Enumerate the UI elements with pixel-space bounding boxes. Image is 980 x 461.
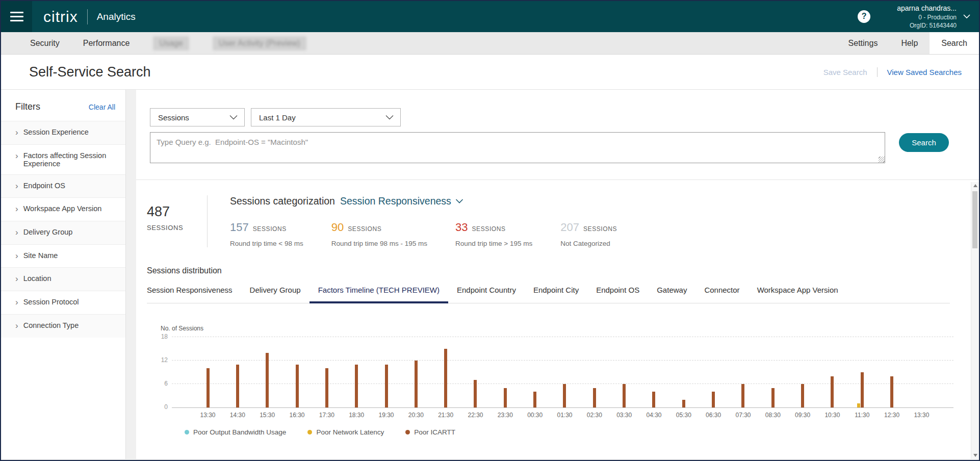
nav-tab-usage[interactable]: Usage (141, 32, 200, 54)
content-area: Filters Clear All ›Session Experience›Fa… (1, 90, 979, 459)
x-tick-label: 03:30 (616, 412, 632, 419)
scrollbar-thumb[interactable] (972, 191, 977, 248)
distribution-tab-connector[interactable]: Connector (695, 286, 748, 303)
nav-tab-help[interactable]: Help (889, 32, 930, 54)
sessions-categorization-section: 487 SESSIONS Sessions categorization Ses… (136, 180, 979, 247)
top-header-bar: citrix Analytics ? aparna chandras... 0 … (1, 1, 979, 32)
filter-item-session-protocol[interactable]: ›Session Protocol (1, 291, 125, 314)
filter-item-session-experience[interactable]: ›Session Experience (1, 121, 125, 144)
x-tick-label: 13:30 (914, 412, 929, 419)
data-source-select[interactable]: Sessions (150, 108, 245, 126)
bar-poor-icartt[interactable] (831, 376, 834, 407)
bar-poor-icartt[interactable] (861, 372, 864, 407)
chevron-right-icon: › (15, 321, 18, 331)
nav-tab-settings[interactable]: Settings (837, 32, 890, 54)
categorization-header: Sessions categorization Session Responsi… (230, 195, 645, 207)
chevron-right-icon: › (15, 298, 18, 308)
sessions-distribution-section: Sessions distribution Session Responsive… (136, 247, 979, 451)
distribution-tab-session-responsiveness[interactable]: Session Responsiveness (147, 286, 241, 303)
filter-item-workspace-app-version[interactable]: ›Workspace App Version (1, 197, 125, 221)
nav-tab-search[interactable]: Search (930, 32, 979, 54)
bar-poor-icartt[interactable] (623, 384, 626, 407)
bar-poor-icartt[interactable] (296, 365, 299, 407)
bar-poor-icartt[interactable] (712, 392, 715, 407)
filter-item-label: Location (23, 274, 51, 283)
x-tick-label: 14:30 (230, 412, 245, 419)
filter-item-endpoint-os[interactable]: ›Endpoint OS (1, 174, 125, 198)
y-tick-label: 6 (153, 380, 168, 387)
distribution-tab-endpoint-city[interactable]: Endpoint City (525, 286, 587, 303)
bar-poor-icartt[interactable] (355, 365, 358, 407)
bar-poor-icartt[interactable] (444, 349, 447, 407)
total-sessions-value: 487 (147, 204, 207, 220)
filter-item-site-name[interactable]: ›Site Name (1, 244, 125, 268)
gridline (172, 360, 953, 361)
bar-poor-icartt[interactable] (563, 384, 566, 407)
bar-poor-icartt[interactable] (236, 365, 239, 407)
distribution-tab-endpoint-os[interactable]: Endpoint OS (587, 286, 648, 303)
filter-item-delivery-group[interactable]: ›Delivery Group (1, 221, 125, 244)
x-tick-label: 00:30 (527, 412, 543, 419)
title-actions: Save Search View Saved Searches (823, 67, 962, 77)
filters-sidebar: Filters Clear All ›Session Experience›Fa… (1, 90, 126, 459)
resize-handle[interactable] (879, 157, 885, 163)
filter-item-connection-type[interactable]: ›Connection Type (1, 314, 125, 338)
stat-round-trip-time-98-ms: 157SESSIONSRound trip time < 98 ms (230, 221, 303, 247)
bar-poor-icartt[interactable] (504, 388, 507, 407)
bar-poor-icartt[interactable] (385, 365, 388, 407)
hamburger-menu-icon[interactable] (1, 1, 32, 32)
factors-timeline-chart: No. of Sessions 06121813:3014:3015:3016:… (147, 325, 979, 451)
distribution-tab-factors-timeline-tech-preview[interactable]: Factors Timeline (TECH PREVIEW) (310, 286, 448, 303)
clear-all-filters-link[interactable]: Clear All (89, 103, 115, 111)
stat-not-categorized: 207SESSIONSNot Categorized (560, 221, 617, 247)
view-saved-searches-link[interactable]: View Saved Searches (887, 68, 962, 76)
nav-tab-user-activity-preview[interactable]: User Activity (Preview) (201, 32, 318, 54)
legend-item-poor-icartt: Poor ICARTT (405, 428, 455, 436)
vertical-scrollbar[interactable] (971, 182, 979, 459)
chevron-down-icon[interactable] (963, 14, 971, 19)
save-search-button[interactable]: Save Search (823, 68, 867, 76)
stat-top: 90SESSIONS (331, 221, 427, 234)
x-tick-label: 11:30 (855, 412, 869, 419)
distribution-tab-endpoint-country[interactable]: Endpoint Country (448, 286, 525, 303)
main-panel: Sessions Last 1 Day (136, 90, 979, 459)
citrix-logo: citrix (43, 8, 78, 25)
help-icon[interactable]: ? (858, 10, 870, 23)
filter-item-factors-affecting-session-experience[interactable]: ›Factors affecting Session Experience (1, 144, 125, 174)
y-tick-label: 18 (153, 333, 168, 340)
distribution-heading: Sessions distribution (147, 266, 979, 275)
scroll-up-arrow[interactable] (973, 184, 977, 187)
bar-poor-icartt[interactable] (207, 368, 210, 407)
bar-poor-icartt[interactable] (771, 388, 775, 407)
chevron-right-icon: › (15, 204, 18, 214)
chevron-right-icon: › (15, 228, 18, 238)
bar-poor-icartt[interactable] (801, 384, 804, 407)
x-tick-label: 15:30 (260, 412, 275, 419)
distribution-tab-workspace-app-version[interactable]: Workspace App Version (749, 286, 847, 303)
distribution-tab-delivery-group[interactable]: Delivery Group (241, 286, 310, 303)
query-input[interactable] (150, 132, 885, 163)
nav-tab-security[interactable]: Security (18, 32, 71, 54)
bar-poor-network-latency[interactable] (857, 403, 860, 407)
bar-poor-icartt[interactable] (325, 368, 328, 407)
bar-poor-icartt[interactable] (890, 376, 893, 407)
bar-poor-icartt[interactable] (474, 380, 477, 407)
legend-label: Poor Output Bandwidth Usage (193, 428, 286, 436)
bar-poor-icartt[interactable] (652, 392, 655, 407)
user-account-menu[interactable]: aparna chandras... 0 - Production OrgID:… (897, 4, 957, 30)
bar-poor-icartt[interactable] (533, 392, 536, 407)
x-tick-label: 22:30 (468, 412, 483, 419)
nav-tab-label: Performance (83, 39, 130, 48)
bar-poor-icartt[interactable] (682, 400, 685, 407)
categorization-mode-dropdown[interactable]: Session Responsiveness (340, 195, 463, 207)
bar-poor-icartt[interactable] (266, 353, 269, 407)
filter-item-location[interactable]: ›Location (1, 267, 125, 291)
distribution-tab-gateway[interactable]: Gateway (648, 286, 695, 303)
nav-tab-performance[interactable]: Performance (71, 32, 142, 54)
bar-poor-icartt[interactable] (593, 388, 596, 407)
bar-poor-icartt[interactable] (415, 361, 418, 407)
time-range-select[interactable]: Last 1 Day (251, 108, 401, 126)
search-button[interactable]: Search (899, 133, 949, 152)
bar-poor-icartt[interactable] (741, 384, 744, 407)
scroll-down-arrow[interactable] (973, 454, 977, 457)
